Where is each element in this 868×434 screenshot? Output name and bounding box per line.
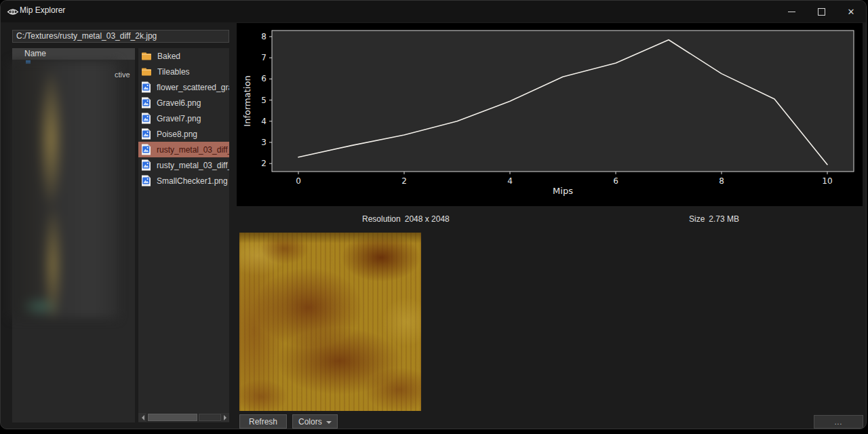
file-name: Gravel7.png xyxy=(157,114,201,123)
file-list-item[interactable]: flower_scattered_grav xyxy=(138,79,229,95)
file-name: Baked xyxy=(157,52,180,61)
file-list-item[interactable]: rusty_metal_03_diff_2k xyxy=(138,157,229,173)
svg-text:6: 6 xyxy=(261,74,267,83)
tree-item-partial-label: ctive xyxy=(115,71,130,79)
folder-tree-panel[interactable]: Name ctive xyxy=(12,48,135,422)
svg-text:5: 5 xyxy=(261,96,267,105)
file-name: rusty_metal_03_diff_2k xyxy=(157,145,229,155)
horizontal-scrollbar[interactable] xyxy=(138,413,229,422)
arrow-left-icon xyxy=(139,415,144,420)
svg-text:4: 4 xyxy=(261,117,267,126)
file-list-item[interactable]: Tileables xyxy=(138,64,229,79)
folder-icon xyxy=(141,51,152,61)
minimize-icon xyxy=(788,12,795,12)
close-icon: ✕ xyxy=(848,7,855,16)
image-file-icon xyxy=(141,81,151,93)
image-file-icon xyxy=(141,175,151,186)
image-file-icon xyxy=(141,128,151,140)
maximize-button[interactable] xyxy=(806,1,836,22)
app-eye-icon xyxy=(7,7,19,19)
file-name: rusty_metal_03_diff_2k xyxy=(157,161,229,170)
file-list-panel[interactable]: Baked Tileables flower_scattered_grav Gr… xyxy=(138,48,229,422)
window-title: Mip Explorer xyxy=(20,5,65,15)
minimize-button[interactable] xyxy=(776,1,806,22)
image-file-icon xyxy=(141,97,151,108)
texture-preview-image xyxy=(239,233,421,411)
scrollbar-thumb[interactable] xyxy=(148,414,197,421)
svg-text:2: 2 xyxy=(261,159,267,168)
file-name: flower_scattered_grav xyxy=(157,83,229,92)
file-name: Poise8.png xyxy=(157,130,197,139)
svg-text:Mips: Mips xyxy=(553,186,573,196)
app-window: Mip Explorer ✕ C:/Textures/rusty_metal_0… xyxy=(0,0,867,429)
image-file-icon xyxy=(141,113,151,124)
svg-text:10: 10 xyxy=(822,176,832,186)
svg-text:7: 7 xyxy=(261,53,267,62)
file-rows: Baked Tileables flower_scattered_grav Gr… xyxy=(138,48,229,189)
file-name: Tileables xyxy=(157,67,190,77)
chevron-down-icon xyxy=(326,421,332,427)
svg-text:0: 0 xyxy=(296,176,301,186)
svg-text:Information: Information xyxy=(242,75,252,126)
resolution-info: Resolution2048 x 2048 xyxy=(362,214,450,224)
size-label: Size xyxy=(689,214,705,224)
scroll-left-button[interactable] xyxy=(138,413,146,422)
file-list-item[interactable]: rusty_metal_03_diff_2k xyxy=(138,142,229,157)
svg-text:4: 4 xyxy=(507,176,513,186)
scrollbar-track-segment xyxy=(199,414,221,421)
svg-text:2: 2 xyxy=(401,176,407,186)
svg-text:8: 8 xyxy=(719,176,724,186)
file-list-item[interactable]: Gravel7.png xyxy=(138,111,229,126)
tree-name-column-header[interactable]: Name xyxy=(12,48,135,60)
resolution-value: 2048 x 2048 xyxy=(405,214,450,224)
arrow-right-icon xyxy=(224,415,229,420)
blurred-tree-content xyxy=(10,61,118,318)
file-list-item[interactable]: Gravel6.png xyxy=(138,95,229,111)
colors-dropdown-label: Colors xyxy=(298,417,322,427)
file-list-item[interactable]: SmallChecker1.png xyxy=(138,173,229,189)
file-path-input[interactable]: C:/Textures/rusty_metal_03_diff_2k.jpg xyxy=(12,30,229,43)
image-file-icon xyxy=(141,144,151,155)
file-name: Gravel6.png xyxy=(157,98,201,108)
file-list-item[interactable]: Poise8.png xyxy=(138,126,229,142)
close-button[interactable]: ✕ xyxy=(836,1,866,22)
size-value: 2.73 MB xyxy=(709,214,739,224)
resolution-label: Resolution xyxy=(362,214,401,224)
svg-text:3: 3 xyxy=(261,138,267,147)
file-name: SmallChecker1.png xyxy=(157,176,228,186)
title-bar: Mip Explorer ✕ xyxy=(1,1,866,22)
file-list-item[interactable]: Baked xyxy=(138,48,229,64)
scroll-right-button[interactable] xyxy=(221,413,229,422)
svg-text:8: 8 xyxy=(261,32,267,41)
chart-canvas: 23456780246810MipsInformation xyxy=(237,23,863,206)
mip-information-chart: 23456780246810MipsInformation xyxy=(237,23,863,206)
size-info: Size2.73 MB xyxy=(689,214,739,224)
maximize-icon xyxy=(818,8,825,16)
folder-icon xyxy=(141,66,152,77)
refresh-button[interactable]: Refresh xyxy=(239,414,287,429)
image-file-icon xyxy=(141,159,151,171)
more-options-button[interactable]: ... xyxy=(814,415,863,429)
svg-text:6: 6 xyxy=(613,176,618,186)
colors-dropdown[interactable]: Colors xyxy=(292,414,338,429)
